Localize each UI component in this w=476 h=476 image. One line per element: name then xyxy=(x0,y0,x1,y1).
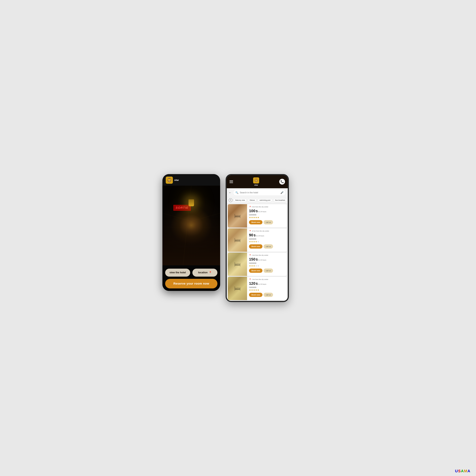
price-amount-3: 120 xyxy=(249,281,255,286)
search-box: 🔍 🎤 xyxy=(233,190,286,196)
back-arrow-button[interactable]: ← xyxy=(229,191,232,194)
hotel-price-2: 150 $ for 24 hours xyxy=(249,257,285,261)
logo-badge-left: 🦁 xyxy=(166,177,173,184)
hotel-card-0: 🛏 📍 6 km from the city center 100 $ for … xyxy=(228,204,287,228)
hotel-info-3: 📍 1 km from the city center 120 $ for 24… xyxy=(247,277,287,300)
price-currency-3: $ xyxy=(256,282,258,286)
location-button[interactable]: location 📍 xyxy=(192,269,217,277)
hotel-distance-0: 📍 6 km from the city center xyxy=(249,206,285,208)
reserve-label: Reserve your room now xyxy=(173,282,209,285)
app-name-left: sitar xyxy=(174,179,179,181)
main-container: 🦁 sitar SORTIE view the hotel xyxy=(162,174,314,302)
hotel-card-1: 🛏 📍 12 km from the city center 90 $ for … xyxy=(228,228,287,252)
reserve-button[interactable]: Reserve your room now xyxy=(165,279,217,289)
filter-chip-0[interactable]: Balcony view xyxy=(234,198,247,202)
comments-link-1[interactable]: Comments xyxy=(249,238,285,239)
lion-icon-right: 🦁 xyxy=(254,179,258,182)
star-3-4: ★ xyxy=(257,289,259,291)
star-0-1: ★ xyxy=(251,216,253,219)
hotel-list: 🛏 📍 6 km from the city center 100 $ for … xyxy=(227,203,288,301)
star-1-1: ★ xyxy=(251,240,253,243)
star-1-2: ★ xyxy=(253,240,255,243)
hotel-image-1: 🛏 xyxy=(228,228,247,252)
credit-letter-4: A xyxy=(467,469,471,473)
search-input[interactable] xyxy=(240,191,279,194)
hotel-img-overlay-0: 🛏 xyxy=(228,204,247,228)
pin-icon-3: 📍 xyxy=(249,278,251,280)
star-3-0: ★ xyxy=(249,289,251,291)
credits-text: USAMA xyxy=(455,469,471,473)
filter-chip-1[interactable]: Deluxe xyxy=(248,198,256,202)
hotel-img-overlay-1: 🛏 xyxy=(228,228,247,252)
star-1-0: ★ xyxy=(249,240,251,243)
hotel-info-2: 📍 1 km from the city center 150 $ for 24… xyxy=(247,253,287,276)
star-3-1: ★ xyxy=(251,289,253,291)
corridor-svg xyxy=(162,186,220,265)
price-period-2: for 24 hours xyxy=(258,259,266,261)
hotel-distance-1: 📍 12 km from the city center xyxy=(249,230,285,232)
hotel-info-0: 📍 6 km from the city center 100 $ for 24… xyxy=(247,204,287,228)
call-us-button-2[interactable]: call us xyxy=(264,269,273,273)
hotel-img-overlay-3: 🛏 xyxy=(228,277,247,300)
secondary-buttons-row: view the hotel location 📍 xyxy=(165,269,217,277)
svg-line-0 xyxy=(183,186,191,265)
hotel-card-2: 🛏 📍 1 km from the city center 150 $ for … xyxy=(228,253,287,276)
comments-link-3[interactable]: Comments xyxy=(249,286,285,288)
phone-right: 🦁 sitar 📞 ← 🔍 🎤 + Balcony view Deluxe sw… xyxy=(226,174,289,302)
filter-chip-3[interactable]: free breakfast xyxy=(273,198,287,202)
hotel-distance-3: 📍 1 km from the city center xyxy=(249,278,285,280)
stars-0: ★★★★★ xyxy=(249,216,285,219)
price-amount-0: 100 xyxy=(249,209,255,213)
comments-link-2[interactable]: Comments xyxy=(249,262,285,264)
view-hotel-button[interactable]: view the hotel xyxy=(165,269,190,277)
hotel-info-1: 📍 12 km from the city center 90 $ for 24… xyxy=(247,228,287,252)
filter-row: + Balcony view Deluxe swimming pool free… xyxy=(227,197,288,203)
credit-letter-2: A xyxy=(461,469,464,473)
svg-line-4 xyxy=(191,227,220,228)
book-now-button-1[interactable]: Book now xyxy=(249,244,262,249)
search-icon: 🔍 xyxy=(235,191,238,194)
hamburger-menu-button[interactable] xyxy=(229,180,233,183)
price-amount-1: 90 xyxy=(249,233,253,237)
stars-3: ★★★★★ xyxy=(249,289,285,291)
logo-center: 🦁 sitar xyxy=(253,177,259,186)
pin-icon-2: 📍 xyxy=(249,254,251,256)
hotel-card-3: 🛏 📍 1 km from the city center 120 $ for … xyxy=(228,277,287,300)
distance-text-3: 1 km from the city center xyxy=(252,279,268,280)
star-0-0: ★ xyxy=(249,216,251,219)
comments-link-0[interactable]: Comments xyxy=(249,214,285,215)
filter-chip-2[interactable]: swimming pool xyxy=(258,198,272,202)
price-period-0: for 24 hours xyxy=(258,211,266,212)
card-buttons-2: Book now call us xyxy=(249,269,285,273)
microphone-icon[interactable]: 🎤 xyxy=(280,191,284,194)
svg-line-1 xyxy=(162,213,191,221)
credit-letter-3: M xyxy=(464,469,467,473)
star-3-3: ★ xyxy=(255,289,257,291)
view-hotel-label: view the hotel xyxy=(170,271,186,274)
phone-call-button[interactable]: 📞 xyxy=(279,179,285,185)
star-2-2: ★ xyxy=(253,265,255,267)
price-currency-2: $ xyxy=(256,258,258,261)
search-bar-row: ← 🔍 🎤 xyxy=(227,188,288,197)
call-us-button-1[interactable]: call us xyxy=(264,244,273,249)
credit-letter-0: U xyxy=(455,469,458,473)
price-amount-2: 150 xyxy=(249,257,255,261)
distance-text-2: 1 km from the city center xyxy=(252,254,268,256)
call-us-button-0[interactable]: call us xyxy=(264,220,273,224)
book-now-button-3[interactable]: Book now xyxy=(249,293,262,297)
logo-badge-right: 🦁 xyxy=(253,177,259,184)
stars-1: ★★★★★ xyxy=(249,240,285,243)
hotel-image-0: 🛏 xyxy=(228,204,247,228)
book-now-button-2[interactable]: Book now xyxy=(249,269,262,273)
hotel-price-1: 90 $ for 24 hours xyxy=(249,233,285,237)
app-name-right: sitar xyxy=(254,184,258,186)
star-2-4: ★ xyxy=(257,265,259,267)
phone-icon: 📞 xyxy=(280,180,284,183)
star-1-3: ★ xyxy=(255,240,257,243)
book-now-button-0[interactable]: Book now xyxy=(249,220,262,224)
distance-text-1: 12 km from the city center xyxy=(252,230,269,232)
hotel-price-3: 120 $ for 24 hours xyxy=(249,281,285,286)
add-filter-button[interactable]: + xyxy=(229,198,233,202)
star-1-4: ★ xyxy=(257,240,259,243)
call-us-button-3[interactable]: call us xyxy=(264,293,273,297)
